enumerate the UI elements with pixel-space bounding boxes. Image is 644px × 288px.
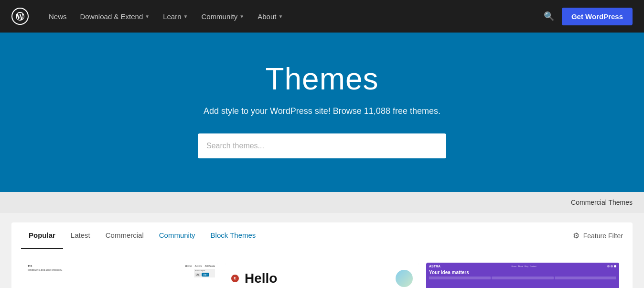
chevron-down-icon: ▼	[278, 14, 283, 19]
nav-item-community[interactable]: Community ▼	[194, 0, 251, 33]
hero-title: Themes	[10, 61, 634, 97]
tabs-bar: Popular Latest Commercial Community Bloc…	[11, 222, 633, 249]
theme-card-astra[interactable]: ASTRA Home About Blog Contact	[426, 263, 619, 288]
navbar: News Download & Extend ▼ Learn ▼ Communi…	[0, 0, 644, 33]
hero-section: Themes Add style to your WordPress site!…	[0, 33, 644, 192]
feature-filter-button[interactable]: ⚙ Feature Filter	[573, 231, 623, 240]
hero-subtitle: Add style to your WordPress site! Browse…	[10, 106, 634, 116]
search-button[interactable]: 🔍	[544, 11, 554, 22]
nav-right: 🔍 Get WordPress	[544, 8, 633, 25]
nav-item-about[interactable]: About ▼	[251, 0, 290, 33]
nav-item-download[interactable]: Download & Extend ▼	[74, 0, 157, 33]
tab-community[interactable]: Community	[151, 222, 203, 249]
tab-commercial[interactable]: Commercial	[98, 222, 151, 249]
main-content: Popular Latest Commercial Community Bloc…	[0, 213, 644, 288]
theme-thumbnail-astra: ASTRA Home About Blog Contact	[426, 263, 619, 288]
get-wordpress-button[interactable]: Get WordPress	[562, 8, 633, 25]
astra-icons	[607, 265, 616, 267]
astra-blocks	[429, 277, 616, 279]
theme-thumbnail-tta: TTA Hover Active All Posts Mindblown: a …	[25, 263, 218, 288]
themes-panel: Popular Latest Commercial Community Bloc…	[11, 222, 633, 288]
astra-hero-text: Your idea matters	[429, 270, 616, 275]
chevron-down-icon: ▼	[183, 14, 188, 19]
search-wrapper	[198, 133, 446, 158]
tab-latest[interactable]: Latest	[63, 222, 98, 249]
astra-logo: ASTRA	[429, 265, 440, 268]
theme-thumbnail-hello: E Hello	[225, 263, 419, 288]
nav-links: News Download & Extend ▼ Learn ▼ Communi…	[42, 0, 544, 33]
elementor-badge: E	[231, 275, 239, 282]
nav-item-learn[interactable]: Learn ▼	[156, 0, 194, 33]
tab-block-themes[interactable]: Block Themes	[203, 222, 264, 249]
astra-nav: Home About Blog Contact	[512, 265, 537, 267]
search-input[interactable]	[198, 133, 446, 158]
tabs-left: Popular Latest Commercial Community Bloc…	[21, 222, 573, 249]
chevron-down-icon: ▼	[145, 14, 150, 19]
hello-text: Hello	[245, 272, 277, 285]
nav-item-news[interactable]: News	[42, 0, 74, 33]
theme-card-tta[interactable]: TTA Hover Active All Posts Mindblown: a …	[25, 263, 218, 288]
themes-grid: TTA Hover Active All Posts Mindblown: a …	[11, 249, 633, 288]
tab-popular[interactable]: Popular	[21, 222, 63, 249]
theme-card-hello[interactable]: E Hello	[225, 263, 419, 288]
wordpress-logo[interactable]	[11, 8, 29, 25]
commercial-themes-bar: Commercial Themes	[0, 192, 644, 213]
commercial-themes-link[interactable]: Commercial Themes	[571, 199, 633, 206]
gear-icon: ⚙	[573, 231, 580, 240]
search-icon: 🔍	[544, 11, 554, 22]
chevron-down-icon: ▼	[239, 14, 244, 19]
decorative-circle	[396, 270, 413, 287]
